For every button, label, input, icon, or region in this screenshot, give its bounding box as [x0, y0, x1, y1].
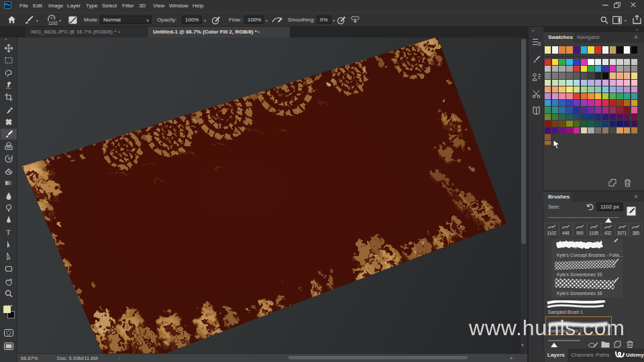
svg-text:T: T [6, 228, 11, 236]
svg-text:5: 5 [538, 41, 541, 46]
